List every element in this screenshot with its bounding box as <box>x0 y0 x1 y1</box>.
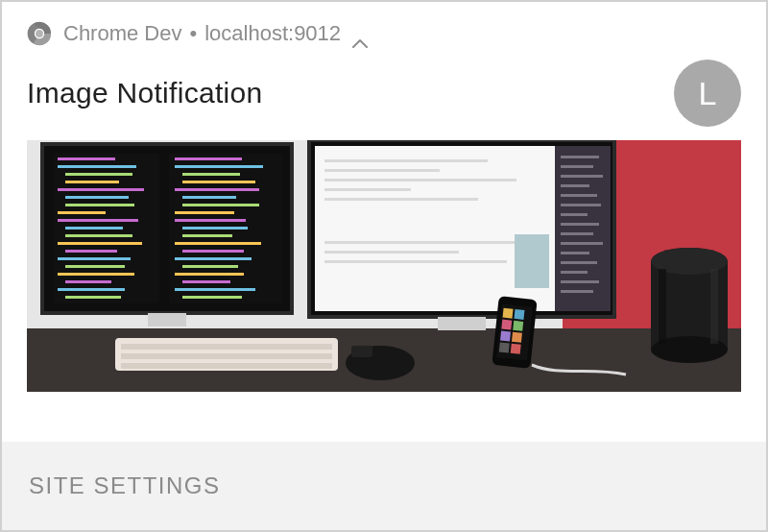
svg-rect-39 <box>182 227 248 230</box>
svg-rect-47 <box>175 288 255 291</box>
app-name-label: Chrome Dev <box>63 21 181 46</box>
svg-rect-33 <box>182 181 255 183</box>
svg-rect-31 <box>175 165 263 168</box>
svg-rect-46 <box>182 280 230 283</box>
svg-rect-76 <box>561 290 593 293</box>
svg-rect-14 <box>65 181 119 183</box>
svg-rect-91 <box>512 332 522 343</box>
svg-rect-52 <box>555 146 611 311</box>
svg-rect-83 <box>351 346 372 357</box>
svg-rect-68 <box>561 213 588 216</box>
svg-rect-98 <box>659 269 666 344</box>
svg-rect-44 <box>182 265 238 268</box>
origin-label: localhost:9012 <box>204 21 341 46</box>
svg-rect-54 <box>324 169 440 172</box>
svg-rect-42 <box>182 250 244 253</box>
svg-rect-92 <box>499 342 510 352</box>
svg-rect-15 <box>58 188 144 191</box>
svg-rect-25 <box>65 265 125 268</box>
svg-rect-86 <box>503 308 514 319</box>
notification-big-image <box>27 140 741 392</box>
svg-rect-93 <box>511 344 521 354</box>
svg-rect-32 <box>182 173 240 176</box>
svg-rect-28 <box>58 288 125 291</box>
svg-rect-22 <box>58 242 142 245</box>
svg-rect-75 <box>561 280 599 283</box>
separator-dot: • <box>189 21 197 46</box>
svg-rect-13 <box>65 173 132 176</box>
svg-rect-40 <box>182 234 232 237</box>
svg-rect-71 <box>561 242 603 245</box>
svg-rect-58 <box>324 241 526 244</box>
notification-title: Image Notification <box>27 77 263 109</box>
svg-rect-20 <box>65 227 123 230</box>
svg-rect-61 <box>515 234 549 288</box>
svg-rect-43 <box>175 257 252 260</box>
notification-title-row: Image Notification L <box>2 52 766 127</box>
notification-card: Chrome Dev • localhost:9012 Image Notifi… <box>0 0 768 532</box>
svg-rect-55 <box>324 179 516 181</box>
svg-rect-38 <box>175 219 246 222</box>
svg-rect-12 <box>58 165 136 168</box>
svg-rect-63 <box>561 165 593 168</box>
svg-rect-77 <box>438 317 486 330</box>
svg-rect-67 <box>561 204 601 206</box>
svg-rect-88 <box>501 320 512 330</box>
svg-rect-59 <box>324 251 459 254</box>
svg-rect-45 <box>175 273 244 276</box>
svg-rect-29 <box>65 296 121 299</box>
svg-rect-53 <box>324 159 488 162</box>
svg-rect-65 <box>561 184 589 187</box>
chevron-up-icon <box>352 29 368 38</box>
svg-rect-30 <box>175 157 242 160</box>
svg-rect-24 <box>58 257 131 260</box>
svg-rect-90 <box>500 331 511 342</box>
svg-rect-79 <box>121 344 332 350</box>
svg-rect-17 <box>65 204 134 206</box>
svg-rect-34 <box>175 188 259 191</box>
svg-rect-11 <box>58 157 115 160</box>
svg-rect-57 <box>324 198 478 201</box>
notification-action-bar: SITE SETTINGS <box>2 442 766 530</box>
svg-rect-41 <box>175 242 261 245</box>
svg-rect-37 <box>175 211 234 214</box>
chrome-icon <box>27 21 52 46</box>
avatar: L <box>674 60 741 127</box>
svg-rect-87 <box>514 309 524 320</box>
svg-rect-66 <box>561 194 597 197</box>
svg-rect-60 <box>324 260 507 263</box>
svg-rect-16 <box>65 196 129 199</box>
svg-rect-80 <box>121 353 332 359</box>
svg-rect-73 <box>561 261 597 264</box>
svg-rect-21 <box>65 234 132 237</box>
svg-rect-62 <box>561 156 599 158</box>
notification-header-row[interactable]: Chrome Dev • localhost:9012 <box>2 2 766 52</box>
site-settings-button[interactable]: SITE SETTINGS <box>29 472 221 499</box>
avatar-letter: L <box>699 75 717 112</box>
svg-rect-48 <box>182 296 242 299</box>
svg-rect-99 <box>710 269 718 344</box>
svg-rect-72 <box>561 252 589 254</box>
svg-rect-26 <box>58 273 134 276</box>
svg-rect-81 <box>121 363 332 369</box>
notification-big-image-container <box>2 127 766 442</box>
svg-point-4 <box>36 30 43 37</box>
notification-source: Chrome Dev • localhost:9012 <box>63 21 368 46</box>
svg-rect-36 <box>182 204 259 206</box>
svg-rect-56 <box>324 188 411 191</box>
svg-rect-64 <box>561 175 603 178</box>
svg-rect-74 <box>561 271 588 274</box>
svg-rect-69 <box>561 223 599 226</box>
svg-rect-49 <box>148 313 186 326</box>
svg-rect-19 <box>58 219 138 222</box>
svg-rect-70 <box>561 232 593 235</box>
svg-rect-89 <box>513 321 523 331</box>
svg-rect-18 <box>58 211 106 214</box>
svg-rect-23 <box>65 250 117 253</box>
svg-rect-35 <box>182 196 236 199</box>
svg-rect-27 <box>65 280 111 283</box>
